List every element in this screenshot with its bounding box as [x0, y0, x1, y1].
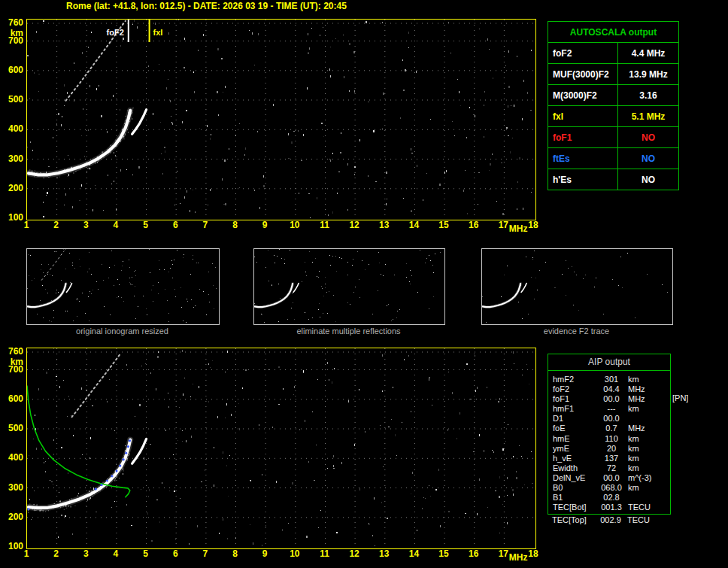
- series-x-mode-tail: [293, 284, 299, 293]
- aip-param-value: 301: [595, 375, 628, 384]
- y-tick-label: 600: [3, 65, 23, 75]
- x-tick-label: 13: [377, 549, 392, 559]
- autoscala-row: foF1NO: [548, 127, 679, 148]
- marker-foF2: foF2: [107, 20, 129, 42]
- autoscala-param-value: 5.1 MHz: [618, 106, 679, 127]
- x-tick-label: 2: [49, 220, 64, 230]
- x-tick-label: 16: [466, 549, 481, 559]
- x-tick-label: 7: [198, 220, 213, 230]
- aip-param-label: hmE: [553, 434, 595, 444]
- series-F2-trace: [255, 284, 293, 307]
- aip-param-unit: km: [628, 404, 670, 414]
- aip-param-label: hmF1: [553, 404, 595, 414]
- aip-param-label: Ewidth: [553, 463, 595, 473]
- autoscala-param-label: MUF(3000)F2: [548, 64, 618, 85]
- y-tick-label: 400: [3, 124, 23, 134]
- aip-param-label: h_vE: [553, 454, 595, 463]
- autoscala-param-label: ftEs: [548, 148, 618, 169]
- aip-table-body: hmF2301kmfoF204.4MHzfoF100.0MHzhmF1---km…: [548, 371, 670, 514]
- aip-row: hmF1---km: [548, 404, 670, 414]
- x-tick-label: 3: [78, 220, 93, 230]
- x-tick-label: 15: [436, 220, 451, 230]
- y-axis-unit: km: [3, 29, 23, 38]
- aip-param-unit: MHz: [628, 424, 670, 433]
- thumbnail-canvas: [254, 249, 443, 323]
- aip-row: foE0.7MHz: [548, 424, 670, 433]
- x-tick-label: 9: [257, 549, 272, 559]
- aip-row: foF204.4MHz: [548, 384, 670, 394]
- noise-layer: [27, 20, 532, 218]
- autoscala-window: Rome (lat: +41.8, lon: 012.5) - DATE: 20…: [0, 0, 728, 568]
- ionogram-canvas: foF2fxI: [27, 20, 534, 218]
- aip-row: D100.0: [548, 414, 670, 424]
- x-tick-label: 7: [198, 549, 213, 559]
- autoscala-param-label: fxI: [548, 106, 618, 127]
- x-tick-label: 9: [257, 220, 272, 230]
- x-axis-unit: MHz: [507, 553, 529, 563]
- aip-param-unit: [628, 493, 670, 503]
- aip-table-header: AIP output: [548, 354, 670, 371]
- series-x-mode-tail: [66, 284, 71, 293]
- x-tick-label: 1: [19, 220, 34, 230]
- series-F2-trace: [29, 111, 130, 175]
- aip-param-label: foE: [553, 424, 595, 433]
- aip-param-unit: MHz: [628, 384, 670, 394]
- aip-row: B102.8: [548, 493, 670, 503]
- x-tick-label: 4: [108, 549, 123, 559]
- aip-param-label: B0: [553, 483, 595, 493]
- autoscala-param-value: NO: [618, 169, 679, 190]
- aip-param-value: ---: [595, 404, 628, 414]
- x-tick-label: 11: [317, 220, 332, 230]
- aip-param-unit: [628, 414, 670, 424]
- profile-ionogram-plot: [26, 348, 536, 549]
- thumbnail-caption: evidence F2 trace: [481, 327, 672, 336]
- aip-row: hmF2301km: [548, 375, 670, 384]
- aip-param-unit: MHz: [628, 394, 670, 404]
- aip-param-label: foF1: [553, 394, 595, 404]
- aip-row: B0068.0km: [548, 483, 670, 493]
- aip-param-value: 137: [595, 454, 628, 463]
- series-second-reflection: [72, 354, 120, 418]
- aip-tec-top-value: 002.9: [594, 515, 627, 525]
- aip-output-table: AIP output hmF2301kmfoF204.4MHzfoF100.0M…: [548, 354, 671, 515]
- x-tick-label: 6: [168, 549, 183, 559]
- series-x-mode-tail: [132, 439, 147, 463]
- aip-param-unit: TECU: [628, 503, 670, 512]
- y-tick-label: 300: [3, 483, 23, 493]
- aip-param-label: D1: [553, 414, 595, 424]
- aip-param-value: 110: [595, 434, 628, 444]
- aip-param-label: B1: [553, 493, 595, 503]
- aip-row: foF100.0MHz: [548, 394, 670, 404]
- x-tick-label: 11: [317, 549, 332, 559]
- aip-param-unit: km: [628, 444, 670, 454]
- autoscala-param-label: foF2: [548, 43, 618, 64]
- marker-fxI: fxI: [150, 20, 163, 42]
- y-tick-label: 200: [3, 512, 23, 522]
- aip-param-label: DelN_vE: [553, 473, 595, 483]
- aip-param-value: 72: [595, 463, 628, 473]
- autoscala-table-body: foF24.4 MHzMUF(3000)F213.9 MHzM(3000)F23…: [548, 43, 679, 190]
- x-tick-label: 8: [228, 549, 243, 559]
- thumbnail-panel-1: [26, 248, 220, 325]
- grid-layer: [27, 20, 534, 218]
- x-tick-label: 4: [108, 220, 123, 230]
- y-tick-label: 200: [3, 184, 23, 193]
- autoscala-param-value: 4.4 MHz: [618, 43, 679, 64]
- thumbnail-panel-2: [253, 248, 445, 325]
- autoscala-row: ftEsNO: [548, 148, 679, 169]
- thumbnail-canvas: [27, 249, 217, 323]
- x-tick-label: 5: [138, 549, 153, 559]
- marker-label-foF2: foF2: [107, 28, 124, 37]
- y-tick-label: 760: [3, 347, 23, 357]
- autoscala-param-value: NO: [618, 148, 679, 169]
- series-second-reflection: [41, 251, 64, 280]
- autoscala-row: h'EsNO: [548, 169, 679, 190]
- aip-pn-note: [PN]: [672, 393, 688, 402]
- autoscala-param-label: foF1: [548, 127, 618, 148]
- x-axis-unit: MHz: [507, 224, 529, 234]
- x-tick-label: 16: [466, 220, 481, 230]
- autoscala-param-label: M(3000)F2: [548, 85, 618, 106]
- aip-param-unit: km: [628, 434, 670, 444]
- x-tick-label: 13: [377, 220, 392, 230]
- aip-tec-top-label: TEC[Top]: [552, 515, 594, 525]
